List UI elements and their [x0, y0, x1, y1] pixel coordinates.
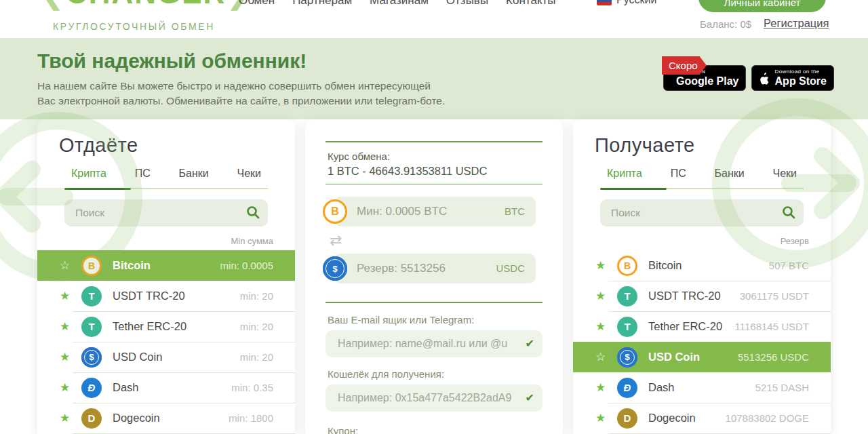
search-icon[interactable]	[782, 205, 795, 219]
register-link[interactable]: Регистрация	[764, 17, 829, 30]
list-item-bitcoin[interactable]: ★ B Bitcoin 507 BTC	[573, 250, 831, 281]
list-item-tether-erc20[interactable]: ★ T Tether ERC-20 11168145 USDT	[573, 311, 831, 342]
usdc-glyph: $	[89, 352, 94, 362]
currency-reserve: 3061175 USDT	[740, 290, 809, 302]
list-item-dash[interactable]: ★ Đ Dash min: 0.35	[37, 372, 295, 403]
get-tab-crypto[interactable]: Крипта	[607, 167, 642, 189]
rate-label: Курс обмена:	[328, 151, 563, 162]
language-selector[interactable]: Русский	[597, 0, 656, 6]
bitcoin-icon: B	[323, 199, 347, 224]
give-search	[64, 199, 268, 226]
nav-item-exchange[interactable]: Обмен	[239, 0, 275, 7]
favorite-star-icon[interactable]: ★	[60, 380, 73, 395]
list-item-usdt-trc20[interactable]: ★ T USDT TRC-20 3061175 USDT	[573, 281, 831, 311]
give-panel: Отдаёте Крипта ПС Банки Чеки Min сумма ☆…	[37, 119, 295, 434]
coupon-label: Купон:	[328, 425, 563, 434]
email-input[interactable]	[326, 330, 542, 357]
language-label: Русский	[616, 0, 656, 6]
list-item-dogecoin[interactable]: ★ D Dogecoin min: 1800	[37, 403, 295, 433]
currency-name: Dogecoin	[113, 412, 160, 425]
currency-name: USDT TRC-20	[113, 290, 185, 302]
wallet-label: Кошелёк для получения:	[328, 368, 563, 380]
active-tab-underline	[64, 188, 131, 191]
give-panel-title: Отдаёте	[59, 134, 295, 157]
nav-item-contacts[interactable]: Контакты	[506, 0, 555, 7]
divider	[326, 302, 542, 303]
tether-icon: T	[81, 317, 102, 337]
wallet-input[interactable]	[326, 384, 542, 412]
usd-coin-icon: $	[617, 347, 637, 368]
rate-value: 1 BTC - 46643.91353811 USDC	[328, 165, 563, 178]
currency-reserve: 5513256 USDC	[738, 351, 809, 363]
favorite-star-icon[interactable]: ★	[595, 411, 609, 425]
google-play-big-text: Google Play	[676, 76, 738, 87]
list-item-usd-coin[interactable]: ★ $ USD Coin min: 20	[37, 342, 295, 372]
list-item-usdt-trc20[interactable]: ★ T USDT TRC-20 min: 20	[37, 281, 295, 311]
favorite-star-icon[interactable]: ★	[60, 411, 73, 425]
usdc-glyph: $	[625, 352, 629, 362]
divider	[326, 141, 542, 142]
currency-min: min: 20	[240, 321, 273, 332]
apple-icon	[759, 71, 770, 86]
divider	[326, 184, 542, 185]
give-list-header: Min сумма	[37, 236, 273, 246]
favorite-star-icon[interactable]: ★	[595, 289, 609, 303]
swap-icon[interactable]: ⇄	[330, 233, 563, 248]
get-amount-group: $ USDC	[305, 254, 563, 283]
give-currency-list: ☆ B Bitcoin min: 0.0005 ★ T USDT TRC-20 …	[37, 250, 295, 434]
google-play-badge[interactable]: Скоро GET IT ON Google Play	[663, 65, 746, 91]
soon-ribbon: Скоро	[662, 56, 707, 75]
favorite-star-icon[interactable]: ★	[595, 380, 609, 395]
get-tab-ps[interactable]: ПС	[671, 167, 686, 189]
search-icon[interactable]	[246, 205, 260, 219]
get-currency-list: ★ B Bitcoin 507 BTC ★ T USDT TRC-20 3061…	[573, 250, 831, 434]
currency-name: Bitcoin	[648, 259, 682, 272]
list-item-bitcoin[interactable]: ☆ B Bitcoin min: 0.0005	[37, 250, 295, 281]
dash-icon: Đ	[81, 378, 102, 398]
hero-section: Твой надежный обменник! На нашем сайте В…	[0, 38, 868, 119]
currency-reserve: 5215 DASH	[755, 382, 809, 393]
logo-text: CHANGER	[66, 0, 226, 9]
logo-bracket-left-icon: ❮	[39, 0, 66, 9]
get-search-input[interactable]	[600, 199, 804, 226]
nav-item-partners[interactable]: Партнерам	[292, 0, 352, 7]
list-item-usd-coin[interactable]: ☆ $ USD Coin 5513256 USDC	[573, 342, 831, 372]
app-store-small-text: Download on the	[775, 69, 827, 75]
email-label: Ваш E-mail ящик или Telegram:	[328, 314, 563, 326]
favorite-star-icon[interactable]: ★	[595, 319, 609, 334]
wallet-group: ✔	[326, 384, 542, 412]
give-tab-checks[interactable]: Чеки	[237, 167, 262, 189]
give-currency-label: BTC	[505, 205, 525, 217]
nav-item-reviews[interactable]: Отзывы	[446, 0, 488, 7]
currency-name: USD Coin	[113, 351, 162, 363]
account-button[interactable]: Личный кабинет	[698, 0, 826, 12]
give-amount-group: B BTC	[305, 197, 563, 226]
favorite-star-icon[interactable]: ★	[60, 289, 73, 303]
favorite-star-icon[interactable]: ★	[60, 319, 73, 334]
get-tab-banks[interactable]: Банки	[715, 167, 745, 189]
give-tab-banks[interactable]: Банки	[179, 167, 209, 189]
currency-name: Dogecoin	[648, 412, 696, 425]
favorite-star-icon[interactable]: ★	[60, 350, 73, 364]
list-item-dash[interactable]: ★ Đ Dash 5215 DASH	[573, 372, 831, 403]
currency-name: Tether ERC-20	[113, 320, 186, 333]
give-tab-crypto[interactable]: Крипта	[71, 167, 106, 189]
list-item-dogecoin[interactable]: ★ D Dogecoin 107883802 DOGE	[573, 403, 831, 433]
page: ❮CHANGER❯ КРУГЛОСУТОЧНЫЙ ОБМЕН Обмен Пар…	[0, 0, 868, 434]
favorite-star-icon[interactable]: ☆	[60, 258, 73, 273]
nav-item-shops[interactable]: Магазинам	[370, 0, 429, 7]
app-store-badge[interactable]: Download on the App Store	[751, 65, 834, 91]
favorite-star-icon[interactable]: ☆	[595, 350, 609, 364]
give-tab-ps[interactable]: ПС	[135, 167, 151, 189]
favorite-star-icon[interactable]: ★	[595, 258, 609, 273]
logo[interactable]: ❮CHANGER❯	[39, 0, 252, 10]
give-search-input[interactable]	[64, 199, 268, 226]
main-nav: Обмен Партнерам Магазинам Отзывы Контакт…	[239, 0, 556, 7]
get-tab-checks[interactable]: Чеки	[773, 167, 797, 189]
currency-name: Tether ERC-20	[648, 320, 722, 333]
currency-min: min: 20	[240, 351, 273, 363]
usd-coin-icon: $	[323, 256, 347, 281]
currency-min: min: 0.0005	[220, 260, 273, 271]
app-badges: Скоро GET IT ON Google Play	[663, 65, 834, 91]
list-item-tether-erc20[interactable]: ★ T Tether ERC-20 min: 20	[37, 311, 295, 342]
